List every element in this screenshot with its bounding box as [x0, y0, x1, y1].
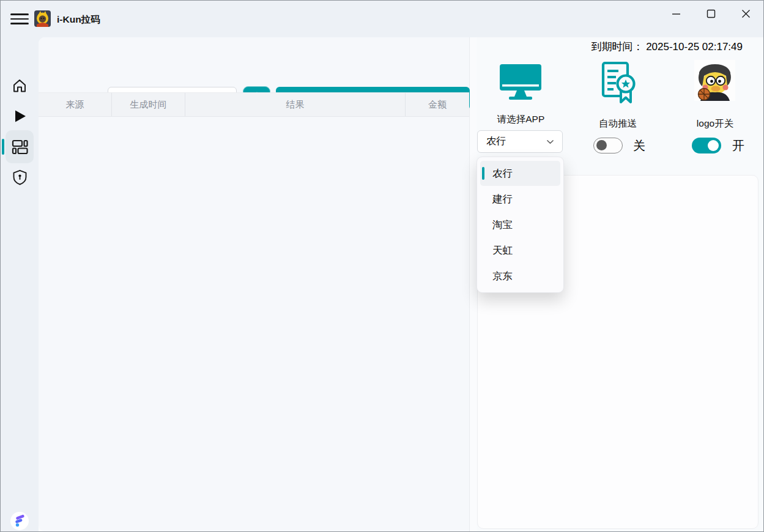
dropdown-option-taobao[interactable]: 淘宝 — [480, 212, 560, 237]
sidebar-item-flash[interactable] — [1, 506, 39, 532]
sidebar-item-security[interactable] — [1, 162, 39, 193]
sidebar — [1, 37, 39, 531]
auto-push-state: 关 — [633, 138, 645, 154]
auto-push-toggle[interactable] — [593, 138, 623, 153]
select-app-label: 请选择APP — [477, 113, 565, 126]
main-content: 附加设备 启动 来源 生成时间 结果 金额 — [39, 37, 763, 531]
expiry-time: 到期时间： 2025-10-25 02:17:49 — [591, 40, 743, 54]
certificate-icon — [598, 61, 639, 106]
flash-logo-icon — [10, 511, 29, 531]
maximize-button[interactable] — [694, 1, 729, 26]
chevron-down-icon — [546, 139, 554, 144]
play-icon — [12, 108, 28, 124]
app-select-value: 农行 — [486, 135, 506, 148]
option-label: 农行 — [492, 167, 513, 180]
results-panel: 附加设备 启动 来源 生成时间 结果 金额 — [39, 37, 470, 531]
app-logo-icon — [34, 10, 51, 27]
app-select[interactable]: 农行 — [477, 130, 563, 153]
app-select-dropdown: 农行 建行 淘宝 天虹 京东 — [477, 157, 564, 293]
app-window: i-Kun拉码 — [0, 0, 764, 532]
sidebar-item-home[interactable] — [1, 70, 39, 101]
logo-switch-toggle[interactable] — [692, 138, 721, 153]
home-icon — [12, 78, 28, 94]
menu-icon[interactable] — [10, 12, 29, 26]
option-label: 淘宝 — [492, 218, 513, 232]
close-button[interactable] — [729, 1, 763, 26]
active-option-indicator — [482, 167, 484, 180]
expiry-value: 2025-10-25 02:17:49 — [646, 41, 743, 53]
minimize-button[interactable] — [659, 1, 694, 26]
dropdown-option-nongHang[interactable]: 农行 — [480, 161, 560, 186]
dropdown-option-tianhong[interactable]: 天虹 — [480, 238, 560, 263]
titlebar: i-Kun拉码 — [1, 1, 763, 37]
toggle-knob — [596, 140, 607, 150]
logo-switch-label: logo开关 — [669, 117, 761, 130]
toggle-knob — [708, 140, 719, 151]
option-label: 建行 — [492, 193, 513, 206]
results-table-body — [39, 117, 469, 531]
expiry-label: 到期时间： — [591, 41, 643, 53]
window-title: i-Kun拉码 — [57, 13, 100, 26]
results-table-header: 来源 生成时间 结果 金额 — [39, 92, 469, 117]
dropdown-option-jingdong[interactable]: 京东 — [480, 264, 560, 289]
grid-dashboard-icon — [12, 139, 28, 155]
sidebar-item-codes[interactable] — [1, 131, 39, 162]
sidebar-item-run[interactable] — [1, 101, 39, 131]
ikun-avatar — [694, 60, 735, 101]
shield-icon — [12, 169, 28, 185]
option-label: 京东 — [492, 270, 513, 283]
monitor-icon — [499, 64, 543, 102]
dropdown-option-jianHang[interactable]: 建行 — [480, 187, 560, 212]
auto-push-label: 自动推送 — [572, 117, 664, 130]
option-label: 天虹 — [492, 244, 513, 257]
column-header-amount[interactable]: 金额 — [406, 93, 469, 116]
logo-switch-state: 开 — [732, 138, 744, 154]
column-header-source[interactable]: 来源 — [39, 93, 112, 116]
column-header-result[interactable]: 结果 — [185, 93, 406, 116]
column-header-time[interactable]: 生成时间 — [112, 93, 185, 116]
